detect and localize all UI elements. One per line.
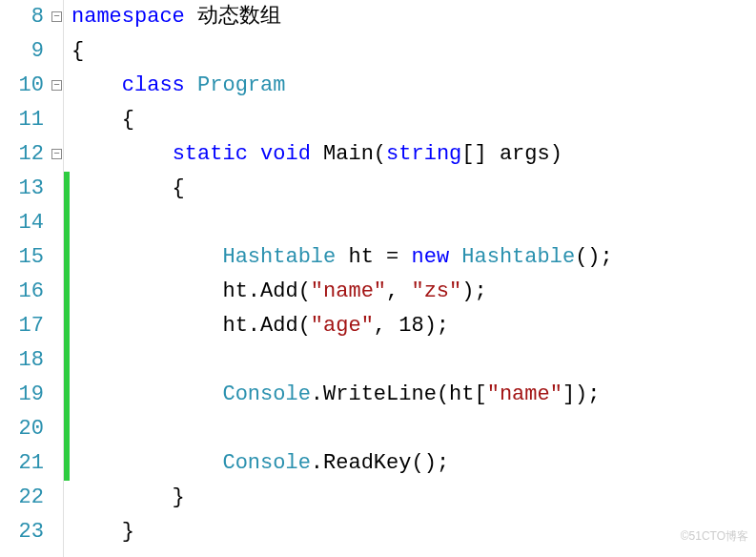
gutter: 891011121314151617181920212223 −−− bbox=[0, 0, 70, 557]
code-line: } bbox=[72, 515, 613, 549]
token-plain bbox=[72, 245, 222, 269]
token-plain: } bbox=[72, 520, 134, 544]
fold-column[interactable]: −−− bbox=[50, 0, 64, 557]
line-number: 12 bbox=[0, 137, 44, 172]
code-area: namespace 动态数组{ class Program { static v… bbox=[70, 0, 613, 557]
token-plain: ht.Add( bbox=[72, 314, 311, 338]
change-marker bbox=[64, 412, 70, 446]
token-kw: namespace bbox=[72, 5, 185, 29]
line-number: 21 bbox=[0, 446, 44, 481]
change-bar bbox=[64, 0, 70, 557]
token-plain: } bbox=[72, 485, 185, 509]
code-line: Console.ReadKey(); bbox=[72, 446, 613, 481]
code-line: { bbox=[72, 103, 613, 137]
token-plain: (); bbox=[575, 245, 613, 269]
token-plain: ); bbox=[461, 279, 486, 303]
code-line: ht.Add("age", 18); bbox=[72, 309, 613, 343]
token-plain: { bbox=[72, 176, 185, 200]
token-plain: ]); bbox=[562, 382, 601, 406]
token-plain bbox=[449, 245, 461, 269]
token-plain: Main( bbox=[311, 142, 386, 166]
code-line: ht.Add("name", "zs"); bbox=[72, 275, 613, 309]
token-kw: string bbox=[386, 142, 461, 166]
token-plain: ht = bbox=[336, 245, 411, 269]
line-number: 23 bbox=[0, 515, 44, 549]
line-number: 16 bbox=[0, 275, 44, 309]
token-str: "name" bbox=[311, 279, 386, 303]
fold-toggle-icon[interactable]: − bbox=[51, 149, 62, 159]
line-numbers: 891011121314151617181920212223 bbox=[0, 0, 50, 557]
token-plain: ht.Add( bbox=[72, 279, 311, 303]
change-marker bbox=[64, 240, 70, 275]
line-number: 22 bbox=[0, 481, 44, 515]
line-number: 14 bbox=[0, 206, 44, 240]
change-marker bbox=[64, 172, 70, 206]
line-number: 13 bbox=[0, 172, 44, 206]
line-number: 17 bbox=[0, 309, 44, 343]
change-marker bbox=[64, 343, 70, 378]
token-str: "zs" bbox=[411, 279, 461, 303]
code-line: { bbox=[72, 34, 613, 69]
code-line bbox=[72, 206, 613, 240]
code-line: Hashtable ht = new Hashtable(); bbox=[72, 240, 613, 275]
code-line: static void Main(string[] args) bbox=[72, 137, 613, 172]
token-type: Hashtable bbox=[461, 245, 575, 269]
code-line bbox=[72, 343, 613, 378]
token-plain bbox=[72, 73, 122, 97]
token-plain bbox=[72, 382, 222, 406]
token-kw: void bbox=[260, 142, 311, 166]
change-marker bbox=[64, 275, 70, 309]
token-type: Program bbox=[197, 73, 285, 97]
watermark: ©51CTO博客 bbox=[681, 519, 748, 553]
token-plain: , 18); bbox=[374, 314, 449, 338]
token-plain: .WriteLine(ht[ bbox=[311, 382, 487, 406]
change-marker bbox=[64, 206, 70, 240]
token-plain bbox=[185, 73, 197, 97]
line-number: 15 bbox=[0, 240, 44, 275]
line-number: 9 bbox=[0, 34, 44, 69]
line-number: 10 bbox=[0, 69, 44, 103]
code-line: class Program bbox=[72, 69, 613, 103]
token-plain bbox=[72, 451, 222, 475]
line-number: 20 bbox=[0, 412, 44, 446]
code-line: namespace 动态数组 bbox=[72, 0, 613, 34]
change-marker bbox=[64, 446, 70, 481]
change-marker bbox=[64, 309, 70, 343]
token-plain: { bbox=[72, 39, 84, 63]
token-type: Hashtable bbox=[222, 245, 336, 269]
line-number: 18 bbox=[0, 343, 44, 378]
code-line: } bbox=[72, 481, 613, 515]
token-plain: , bbox=[386, 279, 411, 303]
token-plain: 动态数组 bbox=[185, 5, 281, 29]
code-line: Console.WriteLine(ht["name"]); bbox=[72, 378, 613, 412]
token-kw: new bbox=[411, 245, 449, 269]
token-type: Console bbox=[222, 451, 310, 475]
token-str: "name" bbox=[487, 382, 562, 406]
token-plain bbox=[72, 142, 173, 166]
line-number: 8 bbox=[0, 0, 44, 34]
token-plain: { bbox=[72, 108, 134, 132]
token-plain bbox=[248, 142, 260, 166]
fold-toggle-icon[interactable]: − bbox=[51, 80, 62, 91]
line-number: 19 bbox=[0, 378, 44, 412]
fold-toggle-icon[interactable]: − bbox=[51, 11, 62, 22]
token-plain: .ReadKey(); bbox=[311, 451, 449, 475]
token-kw: static bbox=[173, 142, 248, 166]
token-plain: [] args) bbox=[461, 142, 562, 166]
code-line: { bbox=[72, 172, 613, 206]
line-number: 11 bbox=[0, 103, 44, 137]
code-line bbox=[72, 412, 613, 446]
token-type: Console bbox=[222, 382, 310, 406]
change-marker bbox=[64, 378, 70, 412]
code-editor: 891011121314151617181920212223 −−− names… bbox=[0, 0, 756, 557]
token-kw: class bbox=[122, 73, 185, 97]
token-str: "age" bbox=[311, 314, 374, 338]
